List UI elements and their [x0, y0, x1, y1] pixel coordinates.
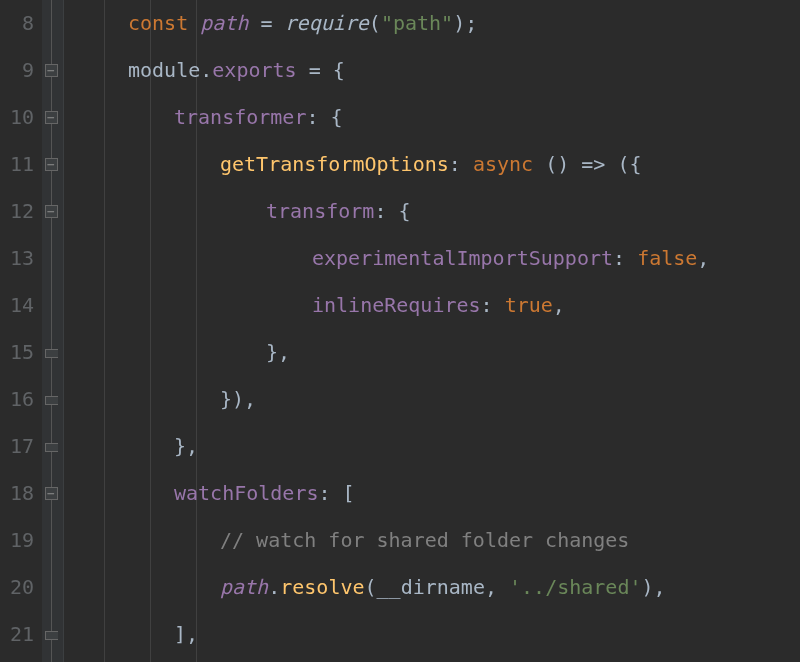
code-line[interactable]: watchFolders: [ — [82, 470, 800, 517]
line-number: 22 — [0, 658, 34, 662]
fold-end-icon — [45, 349, 58, 358]
fold-toggle-icon[interactable] — [45, 205, 58, 218]
line-number: 18 — [0, 470, 34, 517]
fold-toggle-icon[interactable] — [45, 158, 58, 171]
line-number: 21 — [0, 611, 34, 658]
line-number: 15 — [0, 329, 34, 376]
code-line[interactable]: }; — [82, 658, 800, 662]
line-number: 14 — [0, 282, 34, 329]
line-number: 8 — [0, 0, 34, 47]
fold-gutter — [42, 0, 64, 662]
fold-end-icon — [45, 631, 58, 640]
code-content[interactable]: const path = require("path"); module.exp… — [64, 0, 800, 662]
fold-end-icon — [45, 396, 58, 405]
code-line[interactable]: transformer: { — [82, 94, 800, 141]
line-number: 19 — [0, 517, 34, 564]
fold-toggle-icon[interactable] — [45, 64, 58, 77]
code-editor[interactable]: 8 9 10 11 12 13 14 15 16 17 18 19 20 21 … — [0, 0, 800, 662]
line-number: 9 — [0, 47, 34, 94]
fold-end-icon — [45, 443, 58, 452]
fold-toggle-icon[interactable] — [45, 487, 58, 500]
line-number: 17 — [0, 423, 34, 470]
line-number: 12 — [0, 188, 34, 235]
code-line[interactable]: path.resolve(__dirname, '../shared'), — [82, 564, 800, 611]
code-line[interactable]: experimentalImportSupport: false, — [82, 235, 800, 282]
code-line[interactable]: transform: { — [82, 188, 800, 235]
line-number: 10 — [0, 94, 34, 141]
code-line[interactable]: // watch for shared folder changes — [82, 517, 800, 564]
fold-toggle-icon[interactable] — [45, 111, 58, 124]
code-line[interactable]: }, — [82, 329, 800, 376]
code-line[interactable]: inlineRequires: true, — [82, 282, 800, 329]
code-line[interactable]: const path = require("path"); — [82, 0, 800, 47]
code-line[interactable]: module.exports = { — [82, 47, 800, 94]
line-number: 11 — [0, 141, 34, 188]
code-line[interactable]: }), — [82, 376, 800, 423]
code-line[interactable]: getTransformOptions: async () => ({ — [82, 141, 800, 188]
line-number-gutter: 8 9 10 11 12 13 14 15 16 17 18 19 20 21 … — [0, 0, 42, 662]
code-line[interactable]: }, — [82, 423, 800, 470]
line-number: 13 — [0, 235, 34, 282]
code-line[interactable]: ], — [82, 611, 800, 658]
line-number: 16 — [0, 376, 34, 423]
line-number: 20 — [0, 564, 34, 611]
